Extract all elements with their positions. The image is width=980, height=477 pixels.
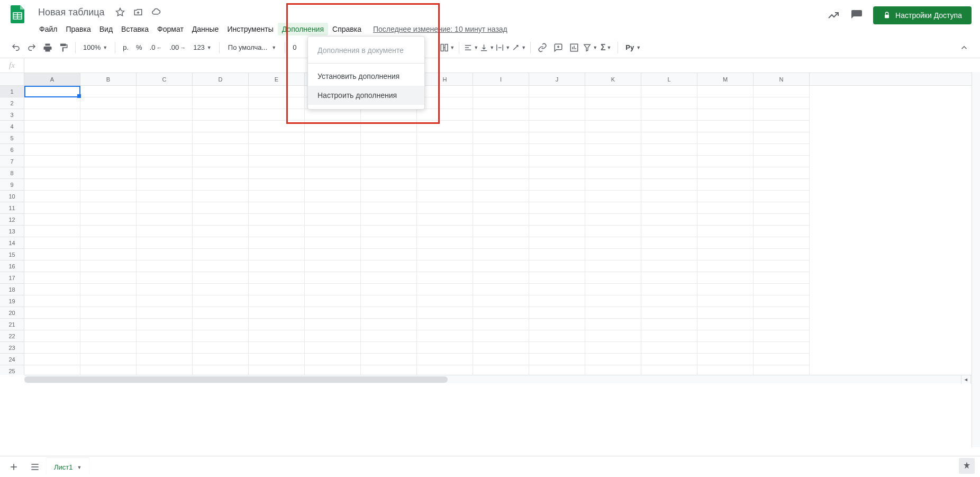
cell[interactable] xyxy=(529,179,585,191)
cell[interactable] xyxy=(193,237,249,249)
cell[interactable] xyxy=(361,156,417,167)
cell[interactable] xyxy=(697,191,754,202)
row-header[interactable]: 11 xyxy=(0,202,24,214)
cell[interactable] xyxy=(473,260,529,272)
cell[interactable] xyxy=(249,342,305,354)
menu-format[interactable]: Формат xyxy=(153,23,188,35)
cell[interactable] xyxy=(137,237,193,249)
cell[interactable] xyxy=(361,109,417,121)
cell[interactable] xyxy=(249,237,305,249)
cell[interactable] xyxy=(305,179,361,191)
cell[interactable] xyxy=(585,295,641,307)
cell[interactable] xyxy=(585,365,641,375)
cell[interactable] xyxy=(529,354,585,365)
cell[interactable] xyxy=(417,272,473,284)
cell[interactable] xyxy=(249,97,305,109)
cell[interactable] xyxy=(585,109,641,121)
cell[interactable] xyxy=(754,284,810,295)
doc-title[interactable]: Новая таблица xyxy=(35,6,108,19)
cell[interactable] xyxy=(641,284,697,295)
cell[interactable] xyxy=(361,249,417,260)
cell[interactable] xyxy=(361,202,417,214)
row-header[interactable]: 9 xyxy=(0,179,24,191)
cell[interactable] xyxy=(473,319,529,330)
cell[interactable] xyxy=(473,284,529,295)
cell[interactable] xyxy=(361,226,417,237)
cell[interactable] xyxy=(641,249,697,260)
cell[interactable] xyxy=(529,260,585,272)
cell[interactable] xyxy=(361,295,417,307)
row-header[interactable]: 4 xyxy=(0,121,24,132)
cell[interactable] xyxy=(193,179,249,191)
cell[interactable] xyxy=(754,260,810,272)
cell[interactable] xyxy=(697,97,754,109)
cell[interactable] xyxy=(754,86,810,97)
cell[interactable] xyxy=(80,121,137,132)
cell[interactable] xyxy=(417,295,473,307)
sheets-logo[interactable] xyxy=(8,4,30,25)
cell[interactable] xyxy=(305,202,361,214)
cell[interactable] xyxy=(80,330,137,342)
cell[interactable] xyxy=(80,365,137,375)
cell[interactable] xyxy=(417,365,473,375)
cell[interactable] xyxy=(585,272,641,284)
cell[interactable] xyxy=(697,284,754,295)
comments-icon[interactable] xyxy=(850,8,864,22)
cell[interactable] xyxy=(249,86,305,97)
cell[interactable] xyxy=(249,272,305,284)
cell[interactable] xyxy=(417,307,473,319)
cell[interactable] xyxy=(754,179,810,191)
cell[interactable] xyxy=(24,284,80,295)
scroll-left-icon[interactable]: ◄ xyxy=(961,375,970,384)
cell[interactable] xyxy=(641,97,697,109)
cell[interactable] xyxy=(417,179,473,191)
cell[interactable] xyxy=(80,307,137,319)
cell[interactable] xyxy=(529,156,585,167)
vertical-scrollbar[interactable] xyxy=(972,72,980,447)
cell[interactable] xyxy=(754,144,810,156)
cell[interactable] xyxy=(417,342,473,354)
cell[interactable] xyxy=(697,202,754,214)
cell[interactable] xyxy=(137,97,193,109)
cell[interactable] xyxy=(137,167,193,179)
cell[interactable] xyxy=(24,144,80,156)
cell[interactable] xyxy=(417,260,473,272)
cell[interactable] xyxy=(361,167,417,179)
cell[interactable] xyxy=(473,365,529,375)
cell[interactable] xyxy=(80,179,137,191)
cell[interactable] xyxy=(361,132,417,144)
move-icon[interactable] xyxy=(132,6,144,18)
cell[interactable] xyxy=(305,132,361,144)
cell[interactable] xyxy=(24,319,80,330)
row-header[interactable]: 19 xyxy=(0,295,24,307)
cell[interactable] xyxy=(585,249,641,260)
cell[interactable] xyxy=(417,86,473,97)
cell[interactable] xyxy=(24,237,80,249)
cell[interactable] xyxy=(754,132,810,144)
cell[interactable] xyxy=(249,226,305,237)
cell[interactable] xyxy=(754,167,810,179)
cell[interactable] xyxy=(641,109,697,121)
cell[interactable] xyxy=(193,121,249,132)
currency-button[interactable]: р. xyxy=(120,41,132,53)
cell[interactable] xyxy=(473,342,529,354)
cell[interactable] xyxy=(305,342,361,354)
cell[interactable] xyxy=(417,156,473,167)
cell[interactable] xyxy=(529,249,585,260)
paint-format-icon[interactable] xyxy=(56,40,71,55)
cell[interactable] xyxy=(305,284,361,295)
cell[interactable] xyxy=(697,226,754,237)
cell[interactable] xyxy=(193,202,249,214)
cell[interactable] xyxy=(585,121,641,132)
cell[interactable] xyxy=(361,214,417,226)
cell[interactable] xyxy=(754,97,810,109)
cell[interactable] xyxy=(80,237,137,249)
font-size-partial[interactable]: 0 xyxy=(289,41,300,53)
cell[interactable] xyxy=(361,354,417,365)
column-header[interactable]: D xyxy=(193,73,249,85)
cell[interactable] xyxy=(193,97,249,109)
cell[interactable] xyxy=(24,226,80,237)
cell[interactable] xyxy=(80,342,137,354)
cell[interactable] xyxy=(361,260,417,272)
cell[interactable] xyxy=(754,249,810,260)
